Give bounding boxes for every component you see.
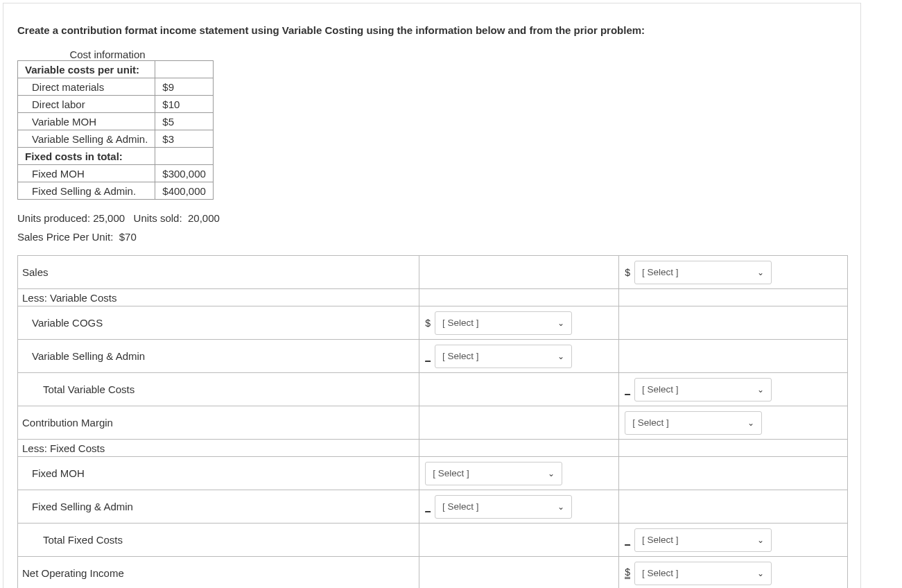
cost-row-value: $5 [155, 113, 214, 130]
table-row: Total Fixed Costs_[ Select ]⌄ [18, 524, 848, 557]
units-info: Units produced: 25,000 Units sold: 20,00… [17, 212, 847, 224]
currency-prefix: _ [425, 501, 431, 512]
row-label: Sales [18, 256, 419, 289]
chevron-down-icon: ⌄ [757, 385, 764, 395]
chevron-down-icon: ⌄ [557, 318, 564, 328]
chevron-down-icon: ⌄ [757, 268, 764, 277]
currency-prefix: $ [425, 318, 431, 329]
row-label: Variable COGS [18, 306, 419, 340]
cost-row-value: $400,000 [155, 182, 214, 200]
select-placeholder-text: [ Select ] [632, 417, 669, 428]
cost-section-header: Fixed costs in total: [18, 148, 155, 165]
row-label: Total Fixed Costs [18, 524, 419, 557]
currency-prefix: $ [625, 267, 630, 278]
cost-row-value: $9 [155, 78, 214, 96]
income-statement-table: Sales$[ Select ]⌄Less: Variable CostsVar… [17, 255, 848, 588]
currency-prefix: $ [625, 567, 630, 579]
table-row: Fixed MOH[ Select ]⌄ [18, 457, 848, 490]
select-placeholder-text: [ Select ] [442, 351, 479, 361]
cost-row-label: Fixed Selling & Admin. [18, 182, 155, 200]
cost-row-value: $10 [155, 96, 214, 113]
currency-prefix: _ [625, 535, 630, 546]
select-placeholder-text: [ Select ] [642, 384, 679, 395]
amount-select[interactable]: [ Select ]⌄ [634, 528, 772, 552]
cost-row-label: Variable MOH [18, 113, 155, 130]
select-placeholder-text: [ Select ] [642, 535, 679, 545]
row-label: Less: Fixed Costs [18, 440, 419, 457]
table-row: Fixed Selling & Admin_[ Select ]⌄ [18, 490, 848, 524]
amount-select[interactable]: [ Select ]⌄ [425, 462, 562, 485]
cost-row-value: $300,000 [155, 165, 214, 182]
row-label: Variable Selling & Admin [18, 340, 419, 373]
select-placeholder-text: [ Select ] [442, 501, 479, 512]
cost-table-caption: Cost information [17, 49, 198, 60]
chevron-down-icon: ⌄ [557, 352, 564, 361]
chevron-down-icon: ⌄ [747, 418, 754, 428]
table-row: Sales$[ Select ]⌄ [18, 256, 848, 289]
currency-prefix: _ [425, 351, 431, 362]
cost-row-value: $3 [155, 130, 214, 148]
cost-row-label: Direct materials [18, 78, 155, 96]
chevron-down-icon: ⌄ [757, 569, 764, 578]
select-placeholder-text: [ Select ] [442, 318, 479, 328]
table-row: Less: Variable Costs [18, 289, 848, 306]
select-placeholder-text: [ Select ] [433, 468, 469, 478]
cost-information-table: Variable costs per unit:Direct materials… [17, 60, 214, 200]
table-row: Total Variable Costs_[ Select ]⌄ [18, 373, 848, 406]
table-row: Net Operating Income$[ Select ]⌄ [18, 557, 848, 589]
amount-select[interactable]: [ Select ]⌄ [634, 378, 772, 401]
amount-select[interactable]: [ Select ]⌄ [435, 495, 572, 519]
chevron-down-icon: ⌄ [757, 535, 764, 545]
cost-row-label: Fixed MOH [18, 165, 155, 182]
row-label: Total Variable Costs [18, 373, 419, 406]
currency-prefix: _ [625, 384, 630, 395]
cost-section-header: Variable costs per unit: [18, 61, 155, 78]
cost-row-label: Variable Selling & Admin. [18, 130, 155, 148]
table-row: Contribution Margin[ Select ]⌄ [18, 406, 848, 440]
chevron-down-icon: ⌄ [557, 502, 564, 512]
price-info: Sales Price Per Unit: $70 [17, 231, 847, 243]
amount-select[interactable]: [ Select ]⌄ [634, 562, 772, 585]
amount-select[interactable]: [ Select ]⌄ [435, 311, 572, 335]
amount-select[interactable]: [ Select ]⌄ [634, 261, 772, 284]
cost-row-label: Direct labor [18, 96, 155, 113]
table-row: Less: Fixed Costs [18, 440, 848, 457]
row-label: Fixed MOH [18, 457, 419, 490]
row-label: Net Operating Income [18, 557, 419, 589]
chevron-down-icon: ⌄ [548, 469, 555, 478]
amount-select[interactable]: [ Select ]⌄ [625, 411, 762, 435]
select-placeholder-text: [ Select ] [642, 267, 679, 277]
table-row: Variable Selling & Admin_[ Select ]⌄ [18, 340, 848, 373]
row-label: Fixed Selling & Admin [18, 490, 419, 524]
select-placeholder-text: [ Select ] [642, 568, 679, 578]
problem-prompt: Create a contribution format income stat… [17, 24, 847, 36]
row-label: Less: Variable Costs [18, 289, 419, 306]
row-label: Contribution Margin [18, 406, 419, 440]
amount-select[interactable]: [ Select ]⌄ [435, 345, 572, 368]
table-row: Variable COGS$[ Select ]⌄ [18, 306, 848, 340]
